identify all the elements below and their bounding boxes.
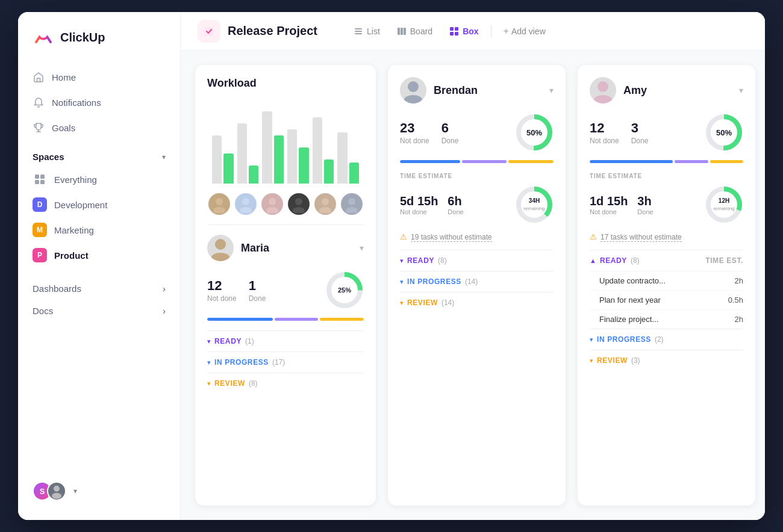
project-title: Release Project xyxy=(228,24,317,38)
svg-point-28 xyxy=(346,207,358,213)
sidebar-item-home[interactable]: Home xyxy=(25,65,173,89)
sidebar-item-goals[interactable]: Goals xyxy=(25,116,173,140)
brendan-ready-chevron-icon: ▾ xyxy=(400,257,404,265)
amy-te-label: TIME ESTIMATE xyxy=(590,173,743,179)
brendan-done-label: Done xyxy=(441,137,459,145)
amy-review-label: REVIEW xyxy=(597,356,628,365)
svg-rect-10 xyxy=(398,28,400,35)
svg-point-25 xyxy=(322,198,329,205)
tab-board-label: Board xyxy=(410,26,432,36)
maria-status-ready[interactable]: ▾ READY (1) xyxy=(207,330,364,351)
brendan-ready-count: (8) xyxy=(438,256,447,265)
maria-review-label: REVIEW xyxy=(214,379,245,388)
maria-prog-purple xyxy=(275,318,319,321)
amy-ready-label: READY xyxy=(600,256,627,265)
sidebar-item-notifications[interactable]: Notifications xyxy=(25,90,173,114)
amy-prog-yellow xyxy=(710,160,743,163)
brendan-status-in-progress[interactable]: ▾ IN PROGRESS (14) xyxy=(400,271,554,292)
maria-status-review[interactable]: ▾ REVIEW (8) xyxy=(207,373,364,394)
amy-prog-purple xyxy=(675,160,708,163)
svg-point-30 xyxy=(211,253,229,261)
brendan-status-ready[interactable]: ▾ READY (8) xyxy=(400,250,554,271)
workload-avatar-3 xyxy=(261,193,283,215)
svg-point-20 xyxy=(240,207,252,213)
maria-header: Maria ▾ xyxy=(207,235,364,261)
maria-prog-blue xyxy=(207,318,273,321)
sidebar-item-docs[interactable]: Docs › xyxy=(25,300,173,322)
tab-box[interactable]: Box xyxy=(442,23,485,40)
amy-task-2-time: 0.5h xyxy=(728,295,743,305)
brendan-chevron-icon[interactable]: ▾ xyxy=(549,85,554,95)
brendan-prog-yellow xyxy=(508,160,554,163)
sidebar-item-development[interactable]: D Development xyxy=(25,192,173,217)
svg-point-21 xyxy=(269,198,276,205)
development-label: Development xyxy=(54,200,107,210)
amy-review-chevron-icon: ▾ xyxy=(590,357,593,365)
bar-gray-3 xyxy=(262,111,272,184)
workload-card: Workload xyxy=(195,65,376,506)
sidebar-item-dashboards[interactable]: Dashboards › xyxy=(25,277,173,300)
brendan-progress-label: IN PROGRESS xyxy=(407,277,461,286)
tab-board[interactable]: Board xyxy=(390,23,440,40)
amy-prog-blue xyxy=(590,160,673,163)
spaces-chevron-icon[interactable]: ▾ xyxy=(162,153,166,161)
maria-stats-row: 12 Not done 1 Done 25% xyxy=(207,271,364,309)
bar-group-3 xyxy=(262,111,284,184)
svg-point-22 xyxy=(266,207,278,213)
amy-task-3-name: Finalize project... xyxy=(599,315,658,324)
sidebar-item-product[interactable]: P Product xyxy=(25,243,173,268)
brendan-avatar xyxy=(400,77,426,104)
maria-progress-bars xyxy=(207,318,364,321)
amy-task-1: Update contracto... 2h xyxy=(590,271,743,290)
maria-done-label: Done xyxy=(249,294,266,303)
bar-green-2 xyxy=(249,165,258,184)
plus-icon: + xyxy=(504,26,509,37)
brendan-status-review[interactable]: ▾ REVIEW (14) xyxy=(400,292,554,313)
svg-rect-12 xyxy=(404,28,406,35)
brendan-te-nd-value: 5d 15h xyxy=(400,194,438,208)
amy-warning-link[interactable]: 17 tasks without estimate xyxy=(601,233,682,242)
svg-point-39 xyxy=(597,81,608,92)
amy-info: Amy xyxy=(590,77,647,104)
maria-status-in-progress[interactable]: ▾ IN PROGRESS (17) xyxy=(207,351,364,373)
bar-gray-5 xyxy=(313,117,322,184)
user-avatars: S xyxy=(33,481,66,501)
brendan-warning-link[interactable]: 19 tasks without estimate xyxy=(411,233,492,242)
amy-status-in-progress[interactable]: ▾ IN PROGRESS (2) xyxy=(590,329,743,350)
svg-point-29 xyxy=(215,239,226,250)
sidebar-footer: S ▾ xyxy=(18,472,180,510)
sidebar-item-marketing[interactable]: M Marketing xyxy=(25,217,173,243)
bar-gray-2 xyxy=(237,123,247,184)
sidebar: ClickUp Home Notifications Goals xyxy=(18,12,181,520)
svg-rect-1 xyxy=(40,175,45,179)
tab-list[interactable]: List xyxy=(346,23,387,40)
sidebar-item-everything[interactable]: Everything xyxy=(25,167,173,192)
add-view-button[interactable]: + Add view xyxy=(496,22,553,40)
board-icon xyxy=(397,26,407,36)
amy-ready-chevron-icon: ▲ xyxy=(590,257,596,264)
workload-chart xyxy=(207,99,364,184)
svg-rect-7 xyxy=(355,28,362,29)
bar-green-5 xyxy=(324,159,334,184)
svg-rect-3 xyxy=(40,180,45,184)
bar-green-1 xyxy=(223,153,233,184)
maria-chevron-icon[interactable]: ▾ xyxy=(360,243,364,253)
footer-chevron-icon[interactable]: ▾ xyxy=(73,487,77,495)
amy-status-ready[interactable]: ▲ READY (8) TIME EST. xyxy=(590,250,743,271)
workload-avatar-1 xyxy=(208,193,230,215)
maria-done: 1 Done xyxy=(249,278,266,303)
amy-status-review[interactable]: ▾ REVIEW (3) xyxy=(590,350,743,371)
amy-chevron-icon[interactable]: ▾ xyxy=(739,85,743,95)
product-badge: P xyxy=(33,248,47,262)
amy-done-value: 3 xyxy=(631,120,649,136)
brendan-warning: ⚠ 19 tasks without estimate xyxy=(400,232,554,241)
grid-icon xyxy=(33,172,47,187)
maria-ready-label: READY xyxy=(214,337,242,345)
maria-section: Maria ▾ 12 Not done 1 Done xyxy=(207,224,364,394)
brendan-review-count: (14) xyxy=(441,298,454,307)
amy-te-nd-value: 1d 15h xyxy=(590,194,628,208)
brendan-header: Brendan ▾ xyxy=(400,77,554,104)
svg-point-17 xyxy=(216,198,223,205)
amy-avatar xyxy=(590,77,616,104)
amy-name: Amy xyxy=(623,84,647,97)
